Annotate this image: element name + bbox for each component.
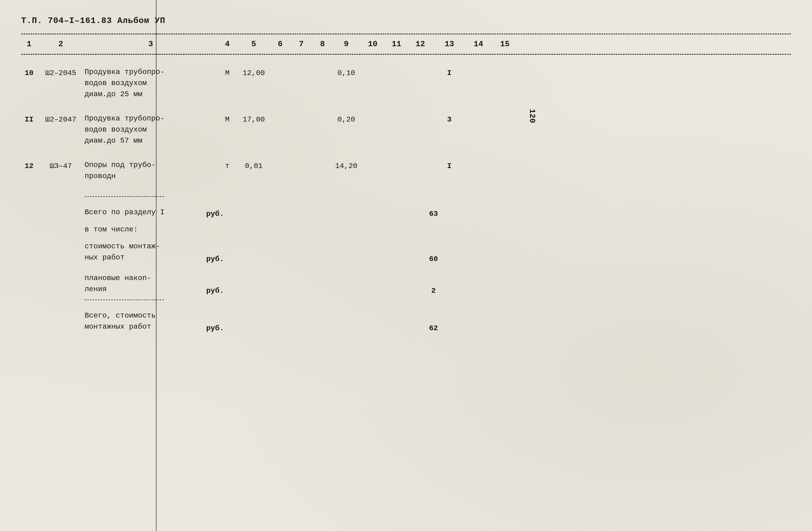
row-desc-10: Продувка трубопро- водов воздухом диам.д…: [85, 67, 217, 100]
col-header-5: 5: [238, 40, 270, 49]
total-install-value: 62: [418, 324, 449, 332]
table-row: 10 Ш2–2045 Продувка трубопро- водов возд…: [21, 60, 791, 106]
column-headers: 1 2 3 4 5 6 7 8 9 10 11 12 13 14 15: [21, 34, 791, 54]
install-cost-row: стоимость монтаж- ных работ руб. 60: [85, 236, 791, 268]
row-v14-12: [465, 160, 492, 161]
row-qty-12: 0,01: [238, 160, 270, 171]
row-desc-11: Продувка трубопро- водов воздухом диам.д…: [85, 113, 217, 146]
page-header: Т.П. 704–I–161.83 Альбом УП: [21, 16, 791, 26]
row-num-12: 12: [21, 160, 37, 171]
row-v14-10: [465, 67, 492, 68]
row-code-10: Ш2–2045: [37, 67, 85, 78]
row-v7-10: [291, 67, 312, 68]
total-install-unit: руб.: [206, 324, 233, 332]
row-v12-11: [407, 113, 434, 114]
total-section-row: Всего по разделу I руб. 63: [85, 202, 791, 223]
col-header-10: 10: [360, 40, 386, 49]
row-v15-12: [492, 160, 518, 161]
row-v7-11: [291, 113, 312, 114]
header-bottom-dashed-line: [21, 54, 791, 55]
row-v15-10: [492, 67, 518, 68]
page: Т.П. 704–I–161.83 Альбом УП 1 2 3 4 5 6 …: [0, 0, 812, 531]
accumulation-value: 2: [418, 286, 449, 295]
col-header-15: 15: [492, 40, 518, 49]
col-header-4: 4: [217, 40, 238, 49]
row-code-11: Ш2–2047: [37, 113, 85, 125]
row-v13-12: I: [434, 160, 465, 171]
row-v8-10: [312, 67, 333, 68]
row-v9-12: 14,20: [333, 160, 360, 171]
row-v7-12: [291, 160, 312, 161]
row-v9-10: 0,10: [333, 67, 360, 78]
total-section-unit: руб.: [206, 210, 233, 218]
install-cost-label: стоимость монтаж- ных работ: [85, 241, 206, 263]
row-v14-11: [465, 113, 492, 114]
total-section-label: Всего по разделу I: [85, 207, 206, 218]
rotated-number-120: 120: [526, 109, 538, 123]
accumulation-row: плановые накоп- ления руб. 2: [85, 268, 791, 299]
row-v10-11: [360, 113, 386, 114]
table-row: II Ш2–2047 Продувка трубопро- водов возд…: [21, 106, 791, 153]
row-qty-11: 17,00: [238, 113, 270, 125]
row-v15-11: 120: [492, 113, 518, 114]
col-header-6: 6: [270, 40, 291, 49]
row-desc-12: Опоры под трубо- проводн: [85, 160, 217, 182]
row-v9-11: 0,20: [333, 113, 360, 125]
col-header-2: 2: [37, 40, 85, 49]
row-num-11: II: [21, 113, 37, 125]
table-row: 12 ШЗ–47 Опоры под трубо- проводн т 0,01…: [21, 153, 791, 188]
row-v11-12: [386, 160, 407, 161]
table-body: 10 Ш2–2045 Продувка трубопро- водов возд…: [21, 60, 791, 188]
including-subtitle: в том числе:: [85, 225, 791, 234]
install-cost-value: 60: [418, 255, 449, 263]
row-qty-10: 12,00: [238, 67, 270, 78]
row-v13-11: 3: [434, 113, 465, 125]
vertical-divider: [156, 0, 157, 531]
row-unit-11: М: [217, 113, 238, 125]
row-v13-10: I: [434, 67, 465, 78]
col-header-11: 11: [386, 40, 407, 49]
row-code-12: ШЗ–47: [37, 160, 85, 171]
col-header-12: 12: [407, 40, 434, 49]
row-v6-10: [270, 67, 291, 68]
row-unit-10: М: [217, 67, 238, 78]
install-cost-unit: руб.: [206, 255, 233, 263]
summary-section: Всего по разделу I руб. 63 в том числе: …: [21, 196, 791, 337]
content-area: Т.П. 704–I–161.83 Альбом УП 1 2 3 4 5 6 …: [0, 0, 812, 353]
total-section-value: 63: [418, 210, 449, 218]
row-v12-12: [407, 160, 434, 161]
accumulation-unit: руб.: [206, 286, 233, 295]
col-header-13: 13: [434, 40, 465, 49]
row-num-10: 10: [21, 67, 37, 78]
col-header-14: 14: [465, 40, 492, 49]
row-v6-12: [270, 160, 291, 161]
col-header-1: 1: [21, 40, 37, 49]
accumulation-label: плановые накоп- ления: [85, 272, 206, 295]
col-header-8: 8: [312, 40, 333, 49]
row-unit-12: т: [217, 160, 238, 171]
col-header-3: 3: [85, 40, 217, 49]
summary-dashed-line-bottom: [85, 299, 164, 300]
total-install-label: Всего, стоимость монтажных работ: [85, 310, 206, 332]
row-v8-11: [312, 113, 333, 114]
col-header-9: 9: [333, 40, 360, 49]
row-v11-10: [386, 67, 407, 68]
row-v8-12: [312, 160, 333, 161]
row-v6-11: [270, 113, 291, 114]
row-v10-12: [360, 160, 386, 161]
row-v11-11: [386, 113, 407, 114]
total-install-row: Всего, стоимость монтажных работ руб. 62: [85, 305, 791, 337]
summary-dashed-line-top: [85, 196, 164, 197]
col-header-7: 7: [291, 40, 312, 49]
row-v10-10: [360, 67, 386, 68]
row-v12-10: [407, 67, 434, 68]
